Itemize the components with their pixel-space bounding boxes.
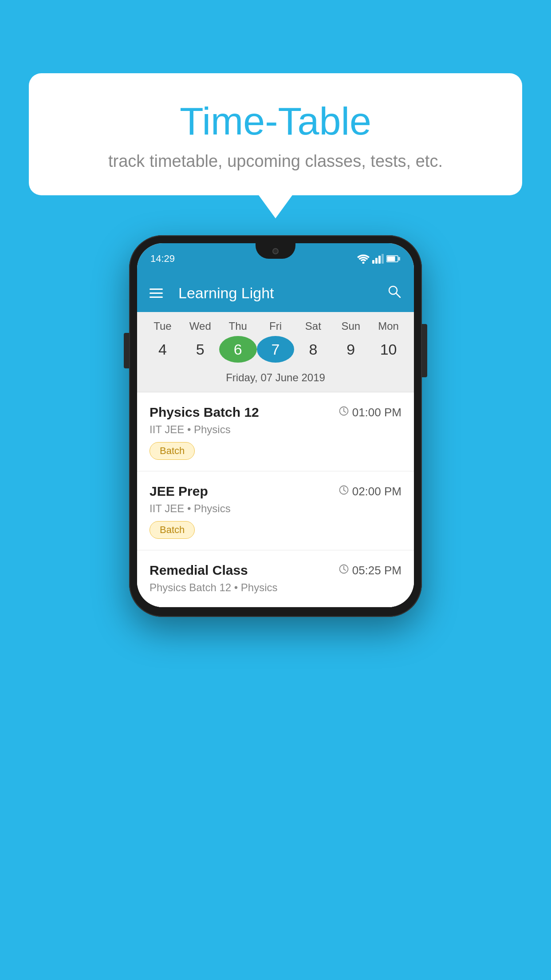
speech-bubble-container: Time-Table track timetable, upcoming cla… xyxy=(29,73,522,195)
phone-frame: 14:29 xyxy=(129,235,422,617)
clock-icon-1 xyxy=(339,406,349,419)
search-button[interactable] xyxy=(387,285,401,302)
bubble-subtitle: track timetable, upcoming classes, tests… xyxy=(47,152,504,171)
batch-tag-1: Batch xyxy=(150,442,195,460)
batch-tag-2: Batch xyxy=(150,521,195,539)
schedule-time-1: 01:00 PM xyxy=(339,406,401,419)
battery-icon xyxy=(386,255,401,263)
schedule-item-3-header: Remedial Class 05:25 PM xyxy=(150,563,401,578)
clock-icon-3 xyxy=(339,564,349,577)
camera xyxy=(272,248,279,254)
schedule-title-3: Remedial Class xyxy=(150,563,248,578)
schedule-time-text-2: 02:00 PM xyxy=(352,485,401,498)
day-numbers-row: 4 5 6 7 8 9 10 xyxy=(137,332,414,369)
schedule-time-3: 05:25 PM xyxy=(339,564,401,577)
schedule-item-3[interactable]: Remedial Class 05:25 PM xyxy=(137,550,414,607)
schedule-time-text-3: 05:25 PM xyxy=(352,564,401,577)
signal-icon xyxy=(372,254,384,264)
svg-rect-6 xyxy=(387,257,395,261)
schedule-title-1: Physics Batch 12 xyxy=(150,405,259,420)
app-bar: Learning Light xyxy=(137,274,414,312)
day-name-wed: Wed xyxy=(181,320,219,332)
day-9[interactable]: 9 xyxy=(332,336,370,363)
svg-rect-3 xyxy=(378,256,381,264)
svg-rect-2 xyxy=(375,258,378,264)
schedule-item-2[interactable]: JEE Prep 02:00 PM xyxy=(137,471,414,550)
schedule-meta-3: Physics Batch 12 • Physics xyxy=(150,581,401,594)
app-title: Learning Light xyxy=(178,285,376,302)
notch xyxy=(256,243,295,259)
day-name-tue: Tue xyxy=(144,320,181,332)
svg-line-9 xyxy=(396,293,401,297)
svg-line-18 xyxy=(344,569,346,571)
schedule-item-1-header: Physics Batch 12 01:00 PM xyxy=(150,405,401,420)
day-name-thu: Thu xyxy=(219,320,257,332)
svg-rect-7 xyxy=(398,257,400,261)
schedule-time-2: 02:00 PM xyxy=(339,485,401,498)
svg-line-12 xyxy=(344,411,346,413)
day-name-sat: Sat xyxy=(294,320,332,332)
schedule-time-text-1: 01:00 PM xyxy=(352,406,401,419)
svg-line-15 xyxy=(344,490,346,492)
schedule-item-2-header: JEE Prep 02:00 PM xyxy=(150,484,401,499)
day-6-today[interactable]: 6 xyxy=(219,336,257,363)
schedule-item-1[interactable]: Physics Batch 12 01:00 PM xyxy=(137,392,414,471)
bubble-title: Time-Table xyxy=(47,100,504,143)
svg-point-0 xyxy=(362,262,365,264)
speech-bubble: Time-Table track timetable, upcoming cla… xyxy=(29,73,522,195)
day-names-row: Tue Wed Thu Fri Sat Sun Mon xyxy=(137,312,414,332)
schedule-title-2: JEE Prep xyxy=(150,484,208,499)
day-7-selected[interactable]: 7 xyxy=(257,336,295,363)
day-4[interactable]: 4 xyxy=(144,336,181,363)
schedule-meta-1: IIT JEE • Physics xyxy=(150,423,401,436)
menu-button[interactable] xyxy=(150,288,163,298)
calendar-week: Tue Wed Thu Fri Sat Sun Mon 4 5 6 7 8 9 … xyxy=(137,312,414,392)
day-name-fri: Fri xyxy=(257,320,295,332)
clock-icon-2 xyxy=(339,485,349,498)
schedule-list: Physics Batch 12 01:00 PM xyxy=(137,392,414,607)
schedule-meta-2: IIT JEE • Physics xyxy=(150,502,401,515)
day-10[interactable]: 10 xyxy=(370,336,407,363)
status-time: 14:29 xyxy=(150,253,175,265)
day-name-sun: Sun xyxy=(332,320,370,332)
svg-rect-1 xyxy=(372,260,374,264)
phone-mockup: 14:29 xyxy=(129,235,422,617)
phone-screen: 14:29 xyxy=(137,243,414,607)
day-name-mon: Mon xyxy=(370,320,407,332)
wifi-icon xyxy=(357,254,370,264)
day-8[interactable]: 8 xyxy=(294,336,332,363)
day-5[interactable]: 5 xyxy=(181,336,219,363)
status-icons xyxy=(357,254,401,264)
status-bar: 14:29 xyxy=(137,243,414,274)
svg-rect-4 xyxy=(382,254,384,264)
selected-date-label: Friday, 07 June 2019 xyxy=(137,369,414,392)
